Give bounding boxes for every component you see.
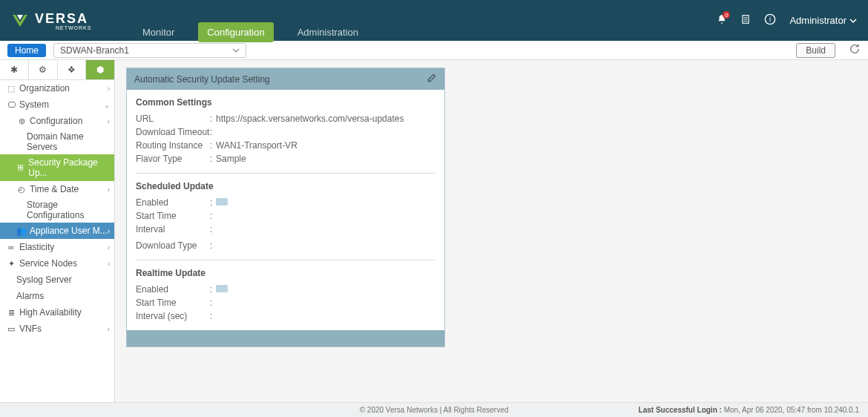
sidebar-item-security-package[interactable]: ⛨Security Package Up... [0,154,114,181]
realtime-enabled-toggle[interactable] [216,285,228,292]
scheduled-enabled-toggle[interactable] [216,198,228,206]
elasticity-icon: ∞ [6,243,16,252]
sidebar: ✱ ⚙ ❖ ⬢ ⬚Organization› 🖵System⌄ ⊚Configu… [0,60,115,402]
device-selected: SDWAN-Branch1 [60,45,129,56]
chevron-right-icon: › [108,227,110,235]
common-heading: Common Settings [136,97,435,108]
field-scheduled-enabled: Enabled: [136,196,435,209]
svg-text:i: i [769,16,771,23]
refresh-icon[interactable] [849,43,861,58]
security-update-panel: Automatic Security Update Setting Common… [126,68,445,347]
sidebar-item-configuration[interactable]: ⊚Configuration› [0,113,114,129]
footer-bar: © 2020 Versa Networks | All Rights Reser… [0,402,868,417]
scheduled-heading: Scheduled Update [136,181,435,191]
sidebar-item-service-nodes[interactable]: ✦Service Nodes› [0,255,114,272]
chevron-right-icon: › [108,185,110,194]
field-url: URL:https://spack.versanetworks.com/vers… [136,112,435,125]
sidebar-item-ha[interactable]: ≣High Availability [0,304,114,321]
field-realtime-enabled: Enabled: [136,283,435,296]
home-button[interactable]: Home [7,44,46,57]
panel-header: Automatic Security Update Setting [127,68,444,90]
subheader-bar: Home SDWAN-Branch1 Build [0,41,868,60]
notification-badge: 0 [723,11,730,19]
org-icon: ⬚ [6,84,16,93]
sidebar-item-storage[interactable]: Storage Configurations [0,197,114,223]
chevron-down-icon [849,17,857,24]
system-icon: 🖵 [6,100,16,109]
nodes-icon: ✦ [6,259,16,269]
notifications-icon[interactable]: 0 [717,14,727,27]
chevron-right-icon: › [108,325,110,333]
vnfs-icon: ▭ [6,324,16,334]
chevron-right-icon: › [108,85,110,93]
chevron-right-icon: › [108,243,110,252]
field-realtime-start: Start Time: [136,296,435,309]
sidebar-item-appliance-user[interactable]: 👥Appliance User M...› [0,223,114,239]
sidebar-item-syslog[interactable]: Syslog Server [0,272,114,288]
sidebar-item-alarms[interactable]: Alarms [0,288,114,304]
edit-icon[interactable] [427,73,437,85]
top-nav: Monitor Configuration Administration [134,22,367,42]
iconbar-dashboard-icon[interactable]: ✱ [0,60,29,79]
realtime-heading: Realtime Update [136,268,435,278]
field-download-timeout: Download Timeout: [136,125,435,139]
header-right: 0 i Administrator [717,13,857,27]
iconbar-gear-icon[interactable]: ⚙ [29,60,58,79]
ha-icon: ≣ [6,308,16,318]
divider [136,260,435,260]
sidebar-item-system[interactable]: 🖵System⌄ [0,96,114,113]
sidebar-item-elasticity[interactable]: ∞Elasticity› [0,239,114,255]
chevron-right-icon: › [108,117,110,125]
panel-body: Common Settings URL:https://spack.versan… [127,90,444,330]
panel-title: Automatic Security Update Setting [134,74,270,85]
logo-subtext: NETWORKS [56,25,91,30]
shield-icon: ⛨ [16,163,25,172]
top-header: VERSA NETWORKS Monitor Configuration Adm… [0,0,868,41]
config-icon: ⊚ [16,116,27,126]
clock-icon: ◴ [16,185,27,194]
field-scheduled-start: Start Time: [136,209,435,223]
user-icon: 👥 [16,226,27,236]
chevron-down-icon [232,47,240,54]
clipboard-icon[interactable] [740,14,751,27]
sidebar-item-organization[interactable]: ⬚Organization› [0,80,114,96]
build-button[interactable]: Build [796,43,835,58]
field-routing-instance: Routing Instance:WAN1-Transport-VR [136,139,435,152]
field-realtime-interval: Interval (sec): [136,309,435,323]
iconbar-other-icon[interactable]: ⬢ [86,60,114,79]
info-icon[interactable]: i [764,13,776,27]
chevron-right-icon: › [108,260,110,268]
footer-last-login: Last Successful Login : Mon, Apr 06 2020… [639,406,859,414]
main-content: ✱ ⚙ ❖ ⬢ ⬚Organization› 🖵System⌄ ⊚Configu… [0,60,868,402]
content-area: Automatic Security Update Setting Common… [115,60,868,402]
nav-administration[interactable]: Administration [289,22,367,42]
nav-configuration[interactable]: Configuration [198,22,273,42]
iconbar-cube-icon[interactable]: ❖ [58,60,87,79]
sidebar-item-vnfs[interactable]: ▭VNFs› [0,321,114,337]
nav-monitor[interactable]: Monitor [134,22,183,42]
logo-text: VERSA [35,11,88,26]
panel-footer [127,330,444,347]
logo-block: VERSA NETWORKS [11,11,91,30]
field-flavor-type: Flavor Type:Sample [136,152,435,165]
field-download-type: Download Type: [136,239,435,252]
divider [136,173,435,174]
device-selector[interactable]: SDWAN-Branch1 [53,43,246,58]
chevron-down-icon: ⌄ [104,101,110,109]
admin-dropdown[interactable]: Administrator [789,15,857,26]
footer-copyright: © 2020 Versa Networks | All Rights Reser… [360,406,509,414]
admin-label: Administrator [789,15,846,26]
sidebar-item-time-date[interactable]: ◴Time & Date› [0,181,114,197]
sidebar-iconbar: ✱ ⚙ ❖ ⬢ [0,60,114,80]
field-scheduled-interval: Interval: [136,223,435,236]
versa-logo-icon [11,12,29,30]
sidebar-item-dns[interactable]: Domain Name Servers [0,129,114,154]
